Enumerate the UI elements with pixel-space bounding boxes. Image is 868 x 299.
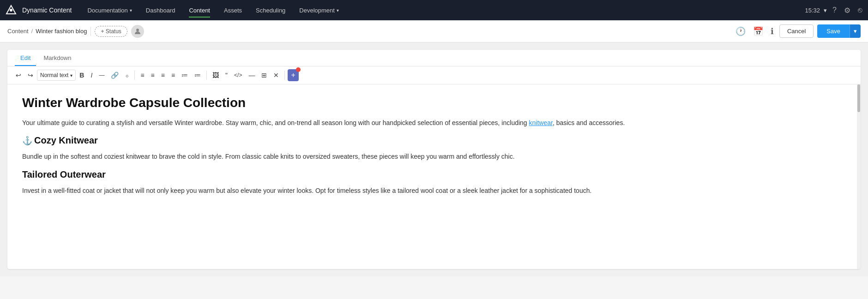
tab-markdown[interactable]: Markdown (38, 50, 77, 66)
nav-time: 15:32 (805, 7, 820, 14)
editor-wrapper: Winter Wardrobe Capsule Collection Your … (7, 84, 861, 269)
breadcrumb-divider (90, 27, 91, 36)
svg-point-1 (136, 29, 139, 31)
link-button[interactable]: 🔗 (108, 69, 121, 81)
calendar-icon[interactable]: 📅 (751, 24, 765, 38)
scrollbar-track[interactable] (857, 84, 861, 269)
nav-development[interactable]: Development ▾ (293, 4, 345, 17)
align-justify-button[interactable]: ≡ (169, 69, 178, 81)
time-arrow-icon[interactable]: ▾ (824, 7, 827, 14)
align-right-button[interactable]: ≡ (158, 69, 168, 81)
add-widget-wrapper: + (288, 69, 298, 81)
nav-right: 15:32 ▾ ? ⚙ ⎋ (805, 4, 864, 17)
settings-icon[interactable]: ⚙ (842, 4, 852, 17)
nav-dashboard[interactable]: Dashboard (139, 4, 182, 17)
editor-tabs: Edit Markdown (7, 50, 861, 66)
status-button[interactable]: + Status (95, 26, 127, 37)
scrollbar-thumb[interactable] (857, 84, 860, 112)
nav-scheduling[interactable]: Scheduling (249, 4, 292, 17)
clear-format-button[interactable]: ✕ (271, 69, 282, 81)
breadcrumb-actions: 🕐 📅 ℹ Cancel Save ▾ (734, 24, 861, 38)
nav-content[interactable]: Content (182, 4, 217, 17)
development-arrow-icon: ▾ (337, 8, 339, 13)
history-icon[interactable]: 🕐 (734, 24, 747, 38)
code-button[interactable]: </> (231, 70, 245, 81)
text-style-select[interactable]: Normal text ▾ (37, 70, 76, 81)
horizontal-rule-button[interactable]: — (96, 70, 107, 81)
image-button[interactable]: 🖼 (210, 69, 222, 81)
save-dropdown-arrow-icon: ▾ (854, 28, 857, 35)
save-dropdown-button[interactable]: ▾ (850, 24, 861, 38)
nav-documentation[interactable]: Documentation ▾ (81, 4, 138, 17)
logout-icon[interactable]: ⎋ (856, 4, 864, 16)
help-icon[interactable]: ? (831, 4, 838, 16)
undo-button[interactable]: ↩ (13, 69, 24, 81)
italic-button[interactable]: I (88, 69, 95, 81)
save-button[interactable]: Save (817, 24, 850, 38)
svg-point-0 (10, 9, 12, 12)
breadcrumb-current: Winter fashion blog (36, 28, 87, 35)
tab-edit[interactable]: Edit (15, 50, 36, 66)
section1-paragraph: Bundle up in the softest and coziest kni… (22, 151, 846, 161)
avatar[interactable] (131, 25, 144, 38)
breadcrumb: Content / Winter fashion blog (7, 28, 87, 35)
breadcrumb-bar: Content / Winter fashion blog + Status 🕐… (0, 20, 868, 42)
section1-heading: ⚓ Cozy Knitwear (22, 135, 846, 146)
align-center-button[interactable]: ≡ (148, 69, 157, 81)
divider-button[interactable]: — (246, 69, 258, 81)
cancel-button[interactable]: Cancel (779, 24, 814, 38)
bold-button[interactable]: B (77, 69, 87, 81)
toolbar-divider-1 (134, 71, 135, 80)
ordered-list-button[interactable]: ≔ (192, 69, 204, 81)
text-style-arrow-icon: ▾ (70, 73, 72, 78)
editor-toolbar: ↩ ↪ Normal text ▾ B I — 🔗 ⬦ ≡ ≡ ≡ ≡ ≔ ≔ … (7, 66, 861, 84)
breadcrumb-separator: / (31, 28, 33, 35)
blockquote-button[interactable]: " (223, 69, 230, 81)
editor-container: Edit Markdown ↩ ↪ Normal text ▾ B I — 🔗 … (0, 42, 868, 276)
anchor-section-icon: ⚓ (22, 136, 32, 146)
section2-paragraph: Invest in a well-fitted coat or jacket t… (22, 185, 846, 196)
toolbar-divider-2 (206, 71, 207, 80)
intro-paragraph: Your ultimate guide to curating a stylis… (22, 118, 846, 128)
align-left-button[interactable]: ≡ (138, 69, 147, 81)
toolbar-divider-3 (284, 71, 285, 80)
table-button[interactable]: ⊞ (259, 69, 270, 81)
knitwear-link[interactable]: knitwear (529, 119, 553, 126)
bullet-list-button[interactable]: ≔ (179, 69, 191, 81)
app-name: Dynamic Content (22, 6, 72, 14)
anchor-button[interactable]: ⬦ (122, 69, 132, 81)
editor-content[interactable]: Winter Wardrobe Capsule Collection Your … (7, 84, 861, 269)
top-navigation: Dynamic Content Documentation ▾ Dashboar… (0, 0, 868, 20)
app-logo[interactable] (4, 3, 18, 18)
documentation-arrow-icon: ▾ (130, 8, 132, 13)
nav-assets[interactable]: Assets (217, 4, 248, 17)
save-button-group: Save ▾ (817, 24, 861, 38)
redo-button[interactable]: ↪ (25, 69, 36, 81)
nav-items: Documentation ▾ Dashboard Content Assets… (81, 4, 805, 17)
section2-heading: Tailored Outerwear (22, 169, 846, 180)
article-title: Winter Wardrobe Capsule Collection (22, 96, 846, 110)
editor-card: Edit Markdown ↩ ↪ Normal text ▾ B I — 🔗 … (7, 50, 861, 269)
add-widget-badge (296, 67, 301, 72)
info-icon[interactable]: ℹ (769, 24, 776, 38)
breadcrumb-parent[interactable]: Content (7, 28, 29, 35)
